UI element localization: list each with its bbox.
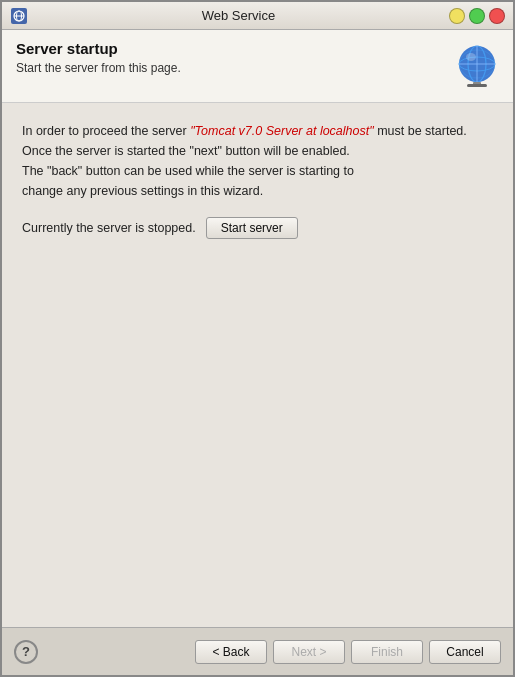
back-button[interactable]: < Back [195,640,267,664]
header-text: Server startup Start the server from thi… [16,40,181,75]
main-content: In order to proceed the server "Tomcat v… [2,103,513,627]
page-title: Server startup [16,40,181,57]
cancel-button[interactable]: Cancel [429,640,501,664]
svg-point-10 [466,53,476,61]
header-section: Server startup Start the server from thi… [2,30,513,103]
info-line-2: Once the server is started the "next" bu… [22,144,350,158]
page-subtitle: Start the server from this page. [16,61,181,75]
help-button[interactable]: ? [14,640,38,664]
close-button[interactable] [489,8,505,24]
globe-icon-container [447,40,499,92]
info-line-3: The "back" button can be used while the … [22,164,354,178]
finish-button[interactable]: Finish [351,640,423,664]
navigation-buttons: < Back Next > Finish Cancel [195,640,501,664]
start-server-button[interactable]: Start server [206,217,298,239]
globe-icon [447,40,499,92]
window-controls[interactable] [449,8,505,24]
button-bar: ? < Back Next > Finish Cancel [2,627,513,675]
svg-rect-12 [467,84,487,87]
titlebar: Web Service [2,2,513,30]
info-line-4: change any previous settings in this wiz… [22,184,263,198]
info-line-1: In order to proceed the server "Tomcat v… [22,124,467,138]
server-name-highlight: "Tomcat v7.0 Server at localhost" [190,124,374,138]
titlebar-app-icon [10,7,28,25]
window-title: Web Service [28,8,449,23]
server-status-row: Currently the server is stopped. Start s… [22,217,493,239]
maximize-button[interactable] [469,8,485,24]
server-status-label: Currently the server is stopped. [22,221,196,235]
next-button[interactable]: Next > [273,640,345,664]
info-text: In order to proceed the server "Tomcat v… [22,121,493,201]
minimize-button[interactable] [449,8,465,24]
